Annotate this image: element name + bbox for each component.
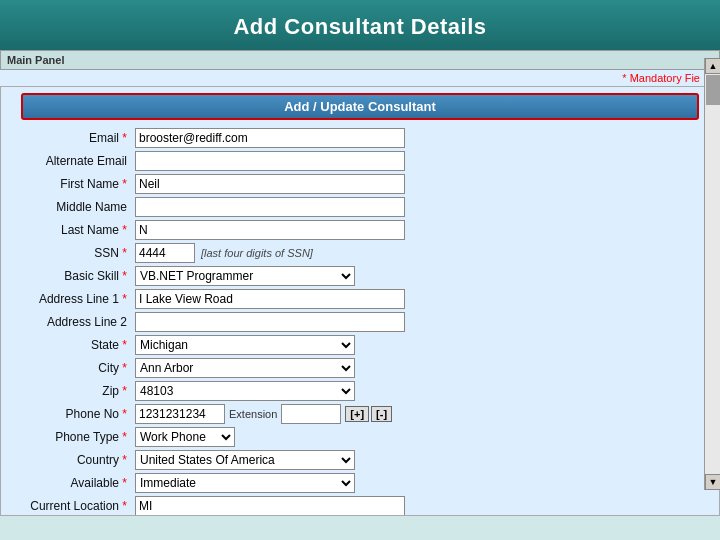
last-name-field[interactable] (135, 220, 405, 240)
phone-type-label: Phone Type * (5, 430, 135, 444)
phone-type-select[interactable]: Work Phone (135, 427, 235, 447)
phone-no-label: Phone No * (5, 407, 135, 421)
ssn-row: SSN * [last four digits of SSN] (5, 243, 715, 263)
current-location-field[interactable] (135, 496, 405, 516)
address1-field[interactable] (135, 289, 405, 309)
country-label: Country * (5, 453, 135, 467)
city-select[interactable]: Ann Arbor (135, 358, 355, 378)
address1-row: Address Line 1 * (5, 289, 715, 309)
mandatory-note: * Mandatory Fie (0, 70, 720, 86)
state-row: State * Michigan (5, 335, 715, 355)
available-row: Available * Immediate (5, 473, 715, 493)
zip-label: Zip * (5, 384, 135, 398)
available-label: Available * (5, 476, 135, 490)
country-row: Country * United States Of America (5, 450, 715, 470)
add-phone-button[interactable]: [+] (345, 406, 369, 422)
page-title: Add Consultant Details (0, 0, 720, 50)
scroll-down-button[interactable]: ▼ (705, 474, 720, 490)
last-name-row: Last Name * (5, 220, 715, 240)
current-location-label: Current Location * (5, 499, 135, 513)
available-select[interactable]: Immediate (135, 473, 355, 493)
basic-skill-select[interactable]: VB.NET Programmer (135, 266, 355, 286)
extension-field[interactable] (281, 404, 341, 424)
remove-phone-button[interactable]: [-] (371, 406, 392, 422)
middle-name-label: Middle Name (5, 200, 135, 214)
ssn-hint: [last four digits of SSN] (201, 247, 313, 259)
email-row: Email * (5, 128, 715, 148)
extension-label: Extension (229, 408, 277, 420)
middle-name-field[interactable] (135, 197, 405, 217)
ssn-label: SSN * (5, 246, 135, 260)
phone-type-row: Phone Type * Work Phone (5, 427, 715, 447)
country-select[interactable]: United States Of America (135, 450, 355, 470)
alternate-email-label: Alternate Email (5, 154, 135, 168)
email-field[interactable] (135, 128, 405, 148)
form-container: Add / Update Consultant Email * Alternat… (0, 86, 720, 516)
address1-label: Address Line 1 * (5, 292, 135, 306)
state-select[interactable]: Michigan (135, 335, 355, 355)
state-label: State * (5, 338, 135, 352)
ssn-field[interactable] (135, 243, 195, 263)
first-name-row: First Name * (5, 174, 715, 194)
scrollbar: ▲ ▼ (704, 58, 720, 490)
basic-skill-row: Basic Skill * VB.NET Programmer (5, 266, 715, 286)
first-name-field[interactable] (135, 174, 405, 194)
alternate-email-field[interactable] (135, 151, 405, 171)
basic-skill-label: Basic Skill * (5, 269, 135, 283)
phone-no-row: Phone No * Extension [+] [-] (5, 404, 715, 424)
address2-label: Address Line 2 (5, 315, 135, 329)
last-name-label: Last Name * (5, 223, 135, 237)
address2-row: Address Line 2 (5, 312, 715, 332)
phone-number-field[interactable] (135, 404, 225, 424)
alternate-email-row: Alternate Email (5, 151, 715, 171)
scroll-thumb[interactable] (706, 75, 720, 105)
city-label: City * (5, 361, 135, 375)
email-label: Email * (5, 131, 135, 145)
zip-select[interactable]: 48103 (135, 381, 355, 401)
form-title: Add / Update Consultant (21, 93, 699, 120)
panel-label: Main Panel (0, 50, 720, 70)
middle-name-row: Middle Name (5, 197, 715, 217)
zip-row: Zip * 48103 (5, 381, 715, 401)
current-location-row: Current Location * (5, 496, 715, 516)
scroll-up-button[interactable]: ▲ (705, 58, 720, 74)
first-name-label: First Name * (5, 177, 135, 191)
address2-field[interactable] (135, 312, 405, 332)
scroll-track (705, 74, 720, 474)
city-row: City * Ann Arbor (5, 358, 715, 378)
